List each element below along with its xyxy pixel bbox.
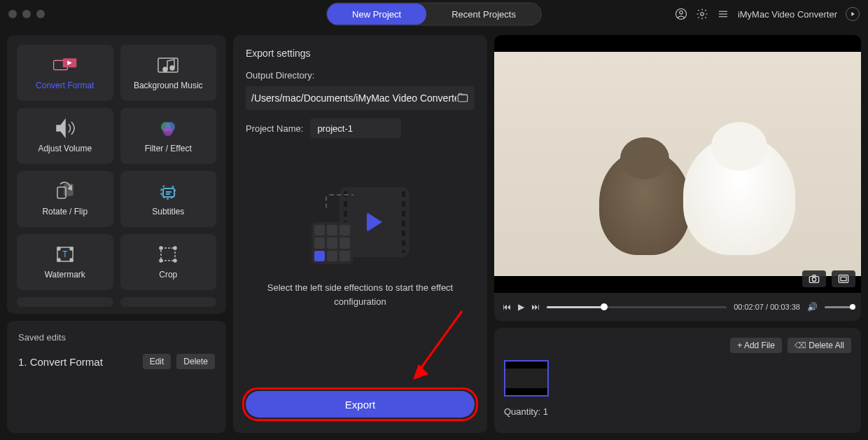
tool-rotate-flip[interactable]: Rotate / Flip [17, 171, 113, 227]
export-button[interactable]: Export [246, 391, 475, 418]
tool-background-music[interactable]: Background Music [120, 45, 217, 101]
tool-watermark[interactable]: T Watermark [17, 234, 113, 290]
output-directory-label: Output Directory: [246, 70, 475, 81]
crop-icon [155, 245, 181, 264]
rewind-icon[interactable]: ⏮ [503, 302, 511, 312]
svg-point-15 [163, 126, 173, 136]
delete-all-button[interactable]: ⌫ Delete All [788, 338, 851, 353]
tool-label: Subtitles [152, 207, 184, 216]
tool-label: Rotate / Flip [42, 207, 88, 216]
svg-point-26 [70, 259, 73, 261]
tool-crop[interactable]: Crop [120, 234, 217, 290]
menu-icon[interactable] [717, 8, 729, 20]
filter-effect-icon [155, 118, 181, 138]
svg-point-29 [160, 247, 162, 249]
tool-label: Background Music [134, 81, 203, 90]
export-button-wrap: Export [246, 391, 475, 420]
video-frame-image [494, 52, 861, 276]
watermark-icon: T [52, 245, 78, 264]
tool-label: Crop [159, 270, 177, 280]
fullscreen-icon[interactable] [832, 270, 855, 287]
app-badge-icon[interactable] [846, 7, 860, 21]
rotate-flip-icon [52, 181, 78, 201]
saved-edit-label: 1. Convert Format [18, 356, 137, 368]
svg-text:T: T [62, 249, 68, 259]
close-window[interactable] [8, 10, 17, 18]
svg-point-30 [174, 247, 176, 249]
svg-point-32 [174, 259, 176, 262]
add-file-button[interactable]: + Add File [730, 338, 782, 353]
svg-rect-10 [158, 58, 178, 72]
transport-bar: ⏮ ▶ ⏭ 00:02:07 / 00:03:38 🔊 [494, 293, 861, 321]
tool-label: Adjust Volume [38, 144, 92, 153]
video-preview[interactable] [494, 35, 861, 293]
tab-new-project[interactable]: New Project [327, 4, 426, 25]
svg-rect-39 [841, 277, 846, 280]
project-name-row: Project Name: [246, 118, 475, 138]
project-name-label: Project Name: [246, 123, 303, 134]
volume-icon[interactable]: 🔊 [807, 302, 818, 312]
tab-recent-projects[interactable]: Recent Projects [426, 4, 541, 25]
settings-icon[interactable] [696, 8, 708, 20]
convert-format-icon [52, 55, 78, 75]
tool-more[interactable] [17, 297, 113, 307]
tool-label: Watermark [45, 270, 85, 280]
subtitles-icon [155, 181, 181, 201]
tool-convert-format[interactable]: Convert Format [17, 45, 113, 101]
titlebar-right: iMyMac Video Converter [675, 7, 860, 21]
preview-overlay-buttons [802, 270, 855, 287]
svg-point-1 [680, 11, 683, 15]
svg-point-23 [57, 247, 60, 250]
browse-folder-icon[interactable] [456, 91, 469, 106]
tool-subtitles[interactable]: Subtitles [120, 171, 217, 227]
svg-rect-28 [161, 248, 175, 261]
tools-grid: Convert Format Background Music Adjust V… [7, 35, 226, 314]
saved-edit-row: 1. Convert Format Edit Delete [18, 354, 215, 369]
volume-slider[interactable] [825, 306, 853, 308]
delete-button[interactable]: Delete [176, 354, 215, 369]
svg-marker-6 [851, 12, 855, 16]
tool-filter-effect[interactable]: Filter / Effect [120, 108, 217, 164]
svg-point-11 [163, 67, 167, 71]
saved-edits-panel: Saved edits 1. Convert Format Edit Delet… [7, 321, 226, 433]
edit-button[interactable]: Edit [143, 354, 172, 369]
svg-point-2 [701, 13, 704, 16]
tool-label: Convert Format [36, 81, 94, 90]
svg-rect-33 [458, 95, 468, 102]
output-directory-field[interactable]: /Users/mac/Documents/iMyMac Video Conver… [246, 86, 475, 110]
seek-slider[interactable] [547, 306, 727, 308]
saved-edits-title: Saved edits [18, 332, 215, 343]
minimize-window[interactable] [22, 10, 31, 18]
file-thumbnail[interactable] [504, 360, 549, 397]
export-settings-heading: Export settings [246, 48, 475, 59]
forward-icon[interactable]: ⏭ [531, 302, 540, 312]
account-icon[interactable] [675, 8, 687, 20]
configuration-hint: Select the left side effections to start… [246, 281, 475, 308]
play-icon[interactable]: ▶ [518, 302, 524, 312]
placeholder-illustration [312, 187, 410, 264]
svg-marker-35 [413, 364, 428, 380]
svg-point-24 [70, 247, 73, 250]
snapshot-icon[interactable] [802, 270, 826, 287]
window-controls [8, 10, 45, 18]
svg-point-12 [170, 66, 174, 70]
svg-point-31 [160, 259, 162, 262]
background-music-icon [155, 55, 181, 75]
preview-content [683, 136, 795, 255]
right-column: ⏮ ▶ ⏭ 00:02:07 / 00:03:38 🔊 + Add File ⌫… [494, 35, 861, 433]
preview-content [599, 150, 690, 255]
annotation-arrow [406, 307, 469, 384]
adjust-volume-icon [52, 118, 78, 138]
file-list-actions: + Add File ⌫ Delete All [504, 338, 851, 353]
maximize-window[interactable] [36, 10, 45, 18]
time-display: 00:02:07 / 00:03:38 [734, 303, 800, 311]
output-directory-value: /Users/mac/Documents/iMyMac Video Conver… [251, 92, 456, 104]
tool-more[interactable] [120, 297, 217, 307]
project-name-input[interactable] [310, 118, 401, 138]
sidebar: Convert Format Background Music Adjust V… [7, 35, 226, 433]
quantity-label: Quantity: 1 [504, 406, 851, 417]
svg-line-34 [419, 311, 462, 371]
export-settings-panel: Export settings Output Directory: /Users… [233, 35, 487, 433]
tool-adjust-volume[interactable]: Adjust Volume [17, 108, 113, 164]
titlebar: New Project Recent Projects iMyMac Video… [0, 0, 868, 28]
